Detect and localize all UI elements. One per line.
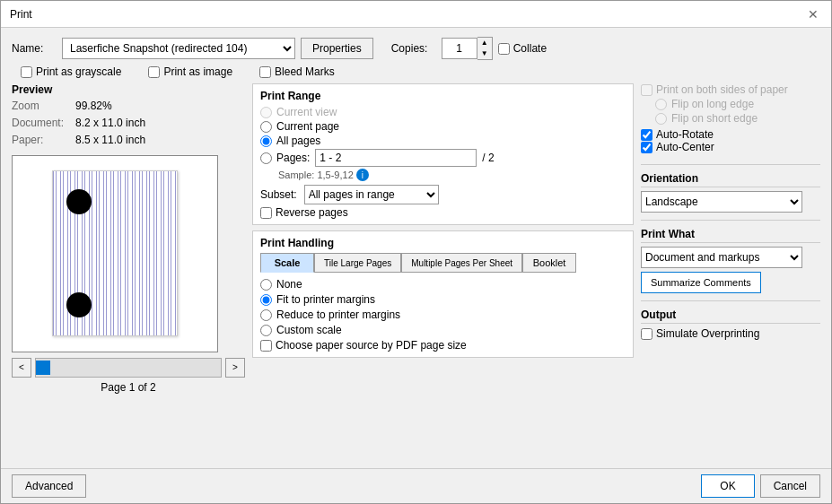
handling-tabs: Scale Tile Large Pages Multiple Pages Pe…: [260, 253, 626, 273]
collate-label: Collate: [513, 42, 547, 55]
doc-preview: [13, 156, 217, 352]
print-range-title: Print Range: [260, 90, 626, 102]
preview-nav: < >: [12, 358, 245, 378]
tab-booklet[interactable]: Booklet: [522, 253, 576, 273]
right-panel: Print on both sides of paper Flip on lon…: [641, 83, 820, 459]
choose-paper-checkbox[interactable]: [260, 340, 272, 352]
reduce-margins-option[interactable]: Reduce to printer margins: [260, 308, 626, 321]
printer-row: Name: Laserfiche Snapshot (redirected 10…: [12, 37, 820, 60]
print-range-group: Print Range Current view Current page: [252, 83, 634, 225]
middle-panel: Print Range Current view Current page: [252, 83, 634, 459]
current-page-radio[interactable]: [260, 121, 272, 133]
print-dialog: Print ✕ Name: Laserfiche Snapshot (redir…: [0, 0, 832, 504]
choose-paper-label: Choose paper source by PDF page size: [276, 339, 467, 352]
print-what-select[interactable]: Document and markups: [641, 247, 802, 268]
subset-select[interactable]: All pages in range: [304, 185, 439, 204]
paper-label: Paper:: [12, 132, 70, 149]
preview-title: Preview: [12, 83, 245, 96]
cancel-button[interactable]: Cancel: [760, 474, 820, 498]
reduce-margins-label: Reduce to printer margins: [276, 308, 400, 321]
tab-scale[interactable]: Scale: [260, 253, 314, 273]
subset-row: Subset: All pages in range: [260, 185, 626, 204]
auto-rotate-label[interactable]: Auto-Rotate: [641, 128, 820, 141]
auto-center-checkbox[interactable]: [641, 142, 652, 153]
page-slider[interactable]: [35, 358, 222, 378]
choose-paper-option[interactable]: Choose paper source by PDF page size: [260, 339, 626, 352]
dialog-content: Name: Laserfiche Snapshot (redirected 10…: [1, 28, 831, 468]
image-label[interactable]: Print as image: [148, 65, 232, 78]
copies-input[interactable]: 1: [442, 38, 477, 59]
bottom-bar: Advanced OK Cancel: [1, 468, 831, 503]
flip-long-label: Flip on long edge: [671, 98, 754, 110]
bleed-label[interactable]: Bleed Marks: [259, 65, 335, 78]
pages-option[interactable]: Pages:: [260, 152, 310, 164]
pages-input[interactable]: 1 - 2: [315, 149, 477, 167]
grayscale-text: Print as grayscale: [36, 65, 121, 78]
advanced-button[interactable]: Advanced: [12, 474, 86, 498]
copies-field-row: Copies: 1 ▲ ▼ Collate: [391, 37, 547, 60]
current-view-radio[interactable]: [260, 107, 272, 118]
orientation-title: Orientation: [641, 172, 820, 187]
none-option[interactable]: None: [260, 278, 626, 291]
auto-center-label[interactable]: Auto-Center: [641, 141, 820, 153]
current-page-option[interactable]: Current page: [260, 120, 626, 133]
image-text: Print as image: [163, 65, 232, 78]
name-field-row: Name: Laserfiche Snapshot (redirected 10…: [12, 38, 373, 59]
simulate-overprinting-text: Simulate Overprinting: [656, 327, 759, 340]
orientation-select[interactable]: Landscape: [641, 191, 802, 213]
print-what-title: Print What: [641, 228, 820, 243]
simulate-overprinting-label[interactable]: Simulate Overprinting: [641, 327, 820, 340]
fit-margins-radio[interactable]: [260, 294, 272, 306]
all-pages-radio[interactable]: [260, 135, 272, 147]
grayscale-checkbox[interactable]: [21, 66, 32, 78]
reduce-margins-radio[interactable]: [260, 309, 272, 321]
flip-short-radio[interactable]: [655, 113, 667, 125]
properties-button[interactable]: Properties: [301, 38, 373, 59]
image-checkbox[interactable]: [148, 66, 160, 78]
dialog-buttons: OK Cancel: [701, 474, 820, 498]
divider-print-what: [641, 220, 820, 221]
copies-down-button[interactable]: ▼: [477, 48, 492, 59]
reverse-pages-label[interactable]: Reverse pages: [260, 206, 626, 219]
pages-radio[interactable]: [260, 152, 272, 164]
duplex-checkbox[interactable]: [641, 84, 652, 96]
none-radio[interactable]: [260, 279, 272, 291]
title-bar: Print ✕: [1, 1, 831, 28]
summarize-button[interactable]: Summarize Comments: [641, 272, 761, 293]
printer-select[interactable]: Laserfiche Snapshot (redirected 104): [62, 38, 295, 59]
reverse-pages-checkbox[interactable]: [260, 207, 272, 219]
all-pages-option[interactable]: All pages: [260, 135, 626, 147]
output-section: Output Simulate Overprinting: [641, 308, 820, 340]
duplex-label[interactable]: Print on both sides of paper: [641, 83, 820, 96]
fit-margins-option[interactable]: Fit to printer margins: [260, 293, 626, 306]
orientation-section: Orientation Landscape: [641, 172, 820, 213]
close-button[interactable]: ✕: [804, 5, 822, 23]
current-page-label: Current page: [276, 120, 339, 133]
fit-margins-label: Fit to printer margins: [276, 293, 375, 306]
current-view-option[interactable]: Current view: [260, 106, 626, 118]
copies-up-button[interactable]: ▲: [477, 38, 492, 48]
print-handling-group: Print Handling Scale Tile Large Pages Mu…: [252, 230, 634, 358]
info-icon[interactable]: i: [356, 169, 369, 181]
doc-page: [52, 170, 178, 336]
auto-rotate-checkbox[interactable]: [641, 129, 652, 141]
collate-checkbox[interactable]: [498, 43, 510, 55]
custom-scale-option[interactable]: Custom scale: [260, 324, 626, 336]
print-what-section: Print What Document and markups Summariz…: [641, 228, 820, 293]
tab-tile-large[interactable]: Tile Large Pages: [314, 253, 401, 273]
flip-short-option[interactable]: Flip on short edge: [655, 112, 820, 125]
simulate-overprinting-checkbox[interactable]: [641, 328, 652, 340]
current-view-label: Current view: [276, 106, 337, 118]
custom-scale-radio[interactable]: [260, 325, 272, 336]
prev-page-button[interactable]: <: [12, 358, 31, 378]
flip-long-option[interactable]: Flip on long edge: [655, 98, 820, 110]
next-page-button[interactable]: >: [225, 358, 245, 378]
bleed-checkbox[interactable]: [259, 66, 271, 78]
tab-multiple-pages[interactable]: Multiple Pages Per Sheet: [401, 253, 522, 273]
grayscale-label[interactable]: Print as grayscale: [21, 65, 121, 78]
preview-image: [12, 155, 218, 352]
divider-output: [641, 300, 820, 301]
ok-button[interactable]: OK: [701, 474, 754, 498]
collate-checkbox-label[interactable]: Collate: [498, 42, 547, 55]
flip-long-radio[interactable]: [655, 99, 667, 110]
